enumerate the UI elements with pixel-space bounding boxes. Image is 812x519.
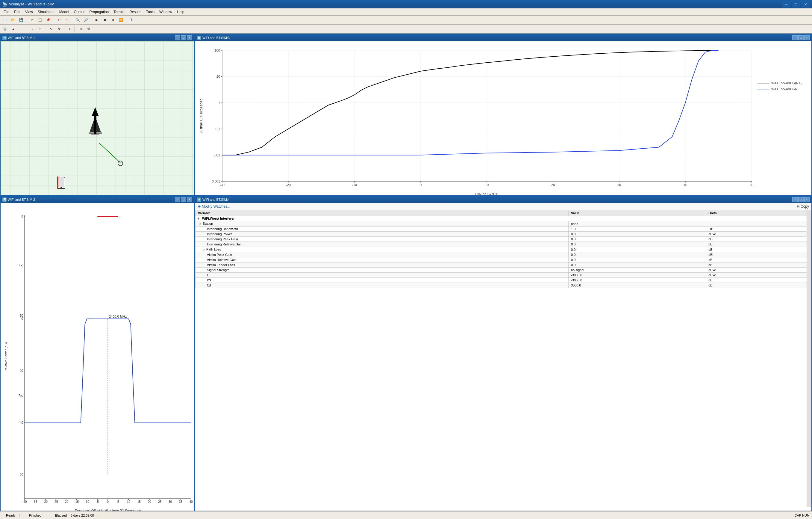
tb2-sep2 — [45, 26, 46, 32]
tb2-select[interactable]: ↖ — [47, 25, 55, 33]
table-row: C/I 3000.0 dB — [196, 283, 811, 288]
spectrum-window: 📊 WiFi and BT.SIM:2 ─ □ ✕ Bandwidth Adva… — [0, 195, 195, 511]
menu-tools[interactable]: Tools — [144, 9, 157, 15]
tb-cut[interactable]: ✂ — [28, 17, 36, 24]
status-capslock: CAP NUM — [794, 514, 810, 517]
menu-help[interactable]: Help — [175, 9, 187, 15]
data-table: Variable Value Units ▼ WiFi.Worst Interf… — [195, 210, 811, 288]
tb-sep1 — [26, 17, 27, 23]
tb2-sigma[interactable]: Σ — [66, 25, 74, 33]
tb-play[interactable]: ▶ — [93, 17, 100, 24]
menu-model[interactable]: Model — [57, 9, 71, 15]
minimize-button[interactable]: ─ — [782, 1, 790, 7]
menu-results[interactable]: Results — [127, 9, 144, 15]
tb-open[interactable]: 📂 — [9, 17, 17, 24]
win4-close[interactable]: ✕ — [804, 197, 810, 202]
tb-pause[interactable]: ⏸ — [109, 17, 117, 24]
cell-units: dB — [706, 278, 806, 283]
win3-title: WiFi and BT.SIM:3 — [202, 36, 230, 39]
cell-variable: ▷Station — [196, 221, 569, 226]
win1-maximize[interactable]: □ — [181, 35, 186, 40]
tb-ff[interactable]: ⏩ — [117, 17, 125, 24]
tb-info[interactable]: ℹ — [128, 17, 136, 24]
win3-minimize[interactable]: ─ — [792, 35, 798, 40]
row-expand-btn[interactable]: ▷ — [203, 247, 205, 251]
map-content[interactable] — [1, 42, 194, 195]
menu-propagation[interactable]: Propagation — [87, 9, 111, 15]
tb-undo[interactable]: ↩ — [55, 17, 63, 24]
menu-file[interactable]: File — [1, 9, 12, 15]
cell-units: dB — [706, 242, 806, 247]
tb2-area[interactable]: □ — [36, 25, 44, 33]
cell-variable: Interfering Bandwidth — [196, 226, 569, 231]
menu-window[interactable]: Window — [157, 9, 175, 15]
tb-copy2[interactable]: 📋 — [36, 17, 44, 24]
spectrum-chart — [4, 206, 195, 511]
tb-zoom-out[interactable]: 🔎 — [82, 17, 90, 24]
spectrum-content: Bandwidth Advantage: — [1, 203, 194, 511]
win2-maximize[interactable]: □ — [181, 197, 186, 202]
modify-watches-btn[interactable]: ✚ Modify Watches... — [198, 204, 230, 209]
cell-units: dB — [706, 283, 806, 288]
maximize-button[interactable]: □ — [792, 1, 800, 7]
tb-paste[interactable]: 📌 — [44, 17, 52, 24]
row-expand-btn[interactable]: ▷ — [199, 222, 202, 225]
app-icon: 📡 — [2, 2, 7, 7]
win2-titlebar: 📊 WiFi and BT.SIM:2 ─ □ ✕ — [1, 196, 194, 203]
menu-view[interactable]: View — [23, 9, 35, 15]
tb2-sep4 — [75, 26, 76, 32]
win4-titlebar: 📋 WiFi and BT.SIM:4 ─ □ ✕ — [195, 196, 811, 203]
copy-btn[interactable]: ⎘ Copy — [797, 204, 809, 209]
win3-titlebar: 📈 WiFi and BT.SIM:3 ─ □ ✕ — [195, 34, 811, 42]
win2-close[interactable]: ✕ — [187, 197, 192, 202]
tb2-sep3 — [64, 26, 65, 32]
tb2-point[interactable]: ● — [9, 25, 17, 33]
section-title: WiFi.Worst Interferer — [202, 217, 235, 220]
tb-zoom-in[interactable]: 🔍 — [74, 17, 82, 24]
cn-chart — [198, 44, 812, 195]
win1-minimize[interactable]: ─ — [175, 35, 180, 40]
cell-variable: C/I — [196, 283, 569, 288]
cell-units: Hz — [706, 226, 806, 231]
tb2-arrow[interactable]: → — [28, 25, 36, 33]
win4-maximize[interactable]: □ — [798, 197, 804, 202]
table-row: Victim Relative Gain 0.0 dB — [196, 257, 811, 263]
cell-variable: Interfering Power — [196, 231, 569, 237]
win2-minimize[interactable]: ─ — [175, 197, 180, 202]
win4-icon: 📋 — [197, 197, 201, 202]
cell-value: -3000.0 — [568, 278, 706, 283]
menu-edit[interactable]: Edit — [12, 9, 23, 15]
cell-units: dB — [706, 263, 806, 268]
tb2-antenna[interactable]: 📡 — [1, 25, 9, 33]
tb2-grid[interactable]: ⊞ — [77, 25, 84, 33]
cell-units: dBi — [706, 252, 806, 257]
win1-close[interactable]: ✕ — [187, 35, 192, 40]
table-row: Victim Peak Gain 0.0 dBi — [196, 252, 811, 257]
win3-close[interactable]: ✕ — [804, 35, 810, 40]
status-bar: Ready Finished Elapsed = 6 days 22:39:00… — [0, 511, 812, 519]
tb2-line[interactable]: ─ — [20, 25, 28, 33]
tb2-move[interactable]: ✥ — [55, 25, 63, 33]
tb-sep2 — [53, 17, 54, 23]
status-finished: Finished — [25, 514, 46, 517]
close-button[interactable]: ✕ — [801, 1, 810, 7]
cell-value: 0.0 — [568, 237, 706, 242]
menu-simulation[interactable]: Simulation — [35, 9, 57, 15]
tb2-settings[interactable]: ⚙ — [85, 25, 92, 33]
win3-maximize[interactable]: □ — [798, 35, 804, 40]
win1-titlebar: 🗺 WiFi and BT.SIM:1 ─ □ ✕ — [1, 34, 194, 42]
menu-terrain[interactable]: Terrain — [111, 9, 127, 15]
cell-variable: ▷Path Loss — [196, 247, 569, 252]
tb-save[interactable]: 💾 — [17, 17, 25, 24]
main-area: 🗺 WiFi and BT.SIM:1 ─ □ ✕ — [0, 33, 812, 511]
section-expand[interactable]: ▼ — [197, 217, 200, 220]
tb-new[interactable]: 📄 — [1, 17, 9, 24]
table-scrollbar[interactable] — [807, 210, 811, 507]
tb-redo[interactable]: ↪ — [63, 17, 71, 24]
cell-units: dBW — [706, 273, 806, 278]
tb-stop[interactable]: ⏹ — [101, 17, 109, 24]
cell-value: 0.0 — [568, 231, 706, 237]
cell-variable: I — [196, 273, 569, 278]
win4-minimize[interactable]: ─ — [792, 197, 798, 202]
menu-output[interactable]: Output — [71, 9, 87, 15]
